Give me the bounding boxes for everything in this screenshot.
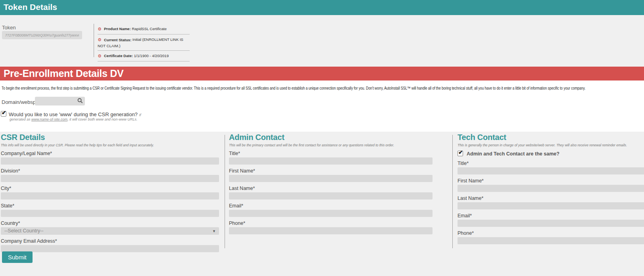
tech-contact-title: Tech Contact [458, 132, 644, 142]
chevron-down-icon: ▼ [212, 228, 216, 235]
info-label: Product Name: [104, 26, 131, 31]
domain-webspace-field [35, 97, 85, 105]
www-example-link[interactable]: www.name-of-site.com [31, 117, 67, 121]
tech-phone-input[interactable] [458, 237, 644, 244]
state-input[interactable] [1, 210, 219, 217]
tech-last-name-input[interactable] [458, 202, 644, 209]
footer-section: Submit [0, 251, 644, 276]
csr-details-tip: This info will be used directly in your … [1, 143, 219, 147]
page-title: Token Details [4, 2, 57, 12]
tech-phone-label: Phone* [458, 230, 644, 236]
section-title: Pre-Enrollment Details DV [4, 68, 123, 79]
company-email-label: Company Email Address* [1, 238, 219, 244]
domain-webspace-input[interactable] [35, 97, 76, 105]
gear-icon: ⚙ [98, 53, 104, 59]
admin-contact-tip: This will be the primary contact and wil… [229, 143, 433, 147]
admin-first-name-label: First Name* [229, 168, 433, 174]
admin-first-name-input[interactable] [229, 175, 433, 182]
tech-contact-column: Tech Contact This is generally the perso… [458, 132, 644, 244]
token-details-header: Token Details [0, 0, 644, 15]
csr-details-title: CSR Details [1, 132, 219, 142]
column-divider [452, 135, 453, 248]
info-value: 1/1/1900 - 4/20/2019 [134, 54, 169, 58]
column-divider [225, 135, 225, 248]
field-admin-title: Title* [229, 151, 433, 165]
admin-contact-title: Admin Contact [229, 132, 433, 142]
field-company-legal-name: Company/Legal Name* [1, 151, 219, 165]
field-country: Country* --Select Country-- ▼ [1, 220, 219, 235]
division-input[interactable] [1, 175, 219, 182]
tech-email-input[interactable] [458, 220, 644, 227]
city-input[interactable] [1, 192, 219, 199]
city-label: City* [1, 186, 219, 191]
same-contact-checkbox[interactable]: ✔ [458, 151, 463, 156]
tech-title-label: Title* [458, 161, 644, 166]
info-row-product-name: ⚙Product Name: RapidSSL Certificate [98, 24, 190, 34]
www-checkbox[interactable]: ✔ [1, 111, 6, 117]
submit-button[interactable]: Submit [2, 251, 33, 263]
company-legal-name-label: Company/Legal Name* [1, 151, 219, 156]
admin-last-name-input[interactable] [229, 192, 433, 199]
field-tech-phone: Phone* [458, 230, 644, 244]
token-section: Token ⚙Product Name: RapidSSL Certificat… [0, 15, 644, 67]
same-contact-row: ✔ Admin and Tech Contact are the same? [458, 151, 644, 157]
same-contact-label: Admin and Tech Contact are the same? [467, 151, 559, 157]
field-state: State* [1, 203, 219, 217]
search-icon[interactable] [77, 98, 83, 104]
field-division: Division* [1, 168, 219, 182]
field-city: City* [1, 186, 219, 199]
token-input[interactable] [2, 31, 82, 39]
checkmark-icon: ✔ [2, 110, 6, 115]
info-row-certificate-date: ⚙Certificate Date: 1/1/1900 - 4/20/2019 [98, 51, 190, 61]
field-company-email: Company Email Address* [1, 238, 219, 252]
admin-title-input[interactable] [229, 157, 433, 165]
vertical-divider [94, 24, 94, 57]
field-admin-last-name: Last Name* [229, 186, 433, 199]
field-tech-first-name: First Name* [458, 178, 644, 192]
enrollment-intro-section: To begin the enrollment process, the fir… [0, 80, 644, 132]
admin-email-input[interactable] [229, 210, 433, 217]
admin-title-label: Title* [229, 151, 433, 156]
division-label: Division* [1, 168, 219, 174]
field-tech-last-name: Last Name* [458, 196, 644, 209]
field-admin-first-name: First Name* [229, 168, 433, 182]
tech-last-name-label: Last Name* [458, 196, 644, 201]
info-value: RapidSSL Certificate [132, 27, 167, 31]
country-select[interactable]: --Select Country-- ▼ [1, 227, 219, 235]
tech-first-name-input[interactable] [458, 185, 644, 192]
tech-first-name-label: First Name* [458, 178, 644, 184]
gear-icon: ⚙ [98, 37, 104, 43]
pre-enrollment-header: Pre-Enrollment Details DV [0, 67, 644, 80]
gear-icon: ⚙ [98, 26, 104, 32]
www-note-post: , it will cover both www and non-www URL… [67, 117, 137, 121]
admin-phone-label: Phone* [229, 220, 433, 226]
token-info-table: ⚙Product Name: RapidSSL Certificate ⚙Cur… [98, 24, 190, 61]
field-tech-email: Email* [458, 213, 644, 227]
info-row-current-status: ⚙Current Status: Initial (ENROLLMENT LIN… [98, 34, 190, 51]
intro-paragraph: To begin the enrollment process, the fir… [2, 86, 585, 90]
csr-details-column: CSR Details This info will be used direc… [1, 132, 219, 252]
tech-email-label: Email* [458, 213, 644, 218]
country-select-value: --Select Country-- [4, 228, 44, 234]
checkmark-icon: ✔ [458, 150, 463, 155]
www-question-text: Would you like to use 'www' during the C… [9, 111, 138, 117]
state-label: State* [1, 203, 219, 209]
field-admin-email: Email* [229, 203, 433, 217]
admin-email-label: Email* [229, 203, 433, 209]
www-note-pre: generated as [10, 117, 31, 121]
www-note: generated as www.name-of-site.com, it wi… [10, 117, 137, 121]
info-label: Certificate Date: [104, 53, 133, 58]
company-legal-name-input[interactable] [1, 157, 219, 165]
field-tech-title: Title* [458, 161, 644, 174]
info-label: Current Status: [104, 37, 131, 42]
tech-contact-tip: This is generally the person in charge o… [458, 143, 644, 147]
admin-phone-input[interactable] [229, 227, 433, 234]
tech-title-input[interactable] [458, 167, 644, 174]
admin-last-name-label: Last Name* [229, 186, 433, 191]
contacts-form-section: CSR Details This info will be used direc… [0, 132, 644, 252]
field-admin-phone: Phone* [229, 220, 433, 234]
country-label: Country* [1, 220, 219, 226]
admin-contact-column: Admin Contact This will be the primary c… [229, 132, 433, 234]
www-question-label: Would you like to use 'www' during the C… [9, 111, 141, 117]
token-label: Token [2, 25, 16, 31]
